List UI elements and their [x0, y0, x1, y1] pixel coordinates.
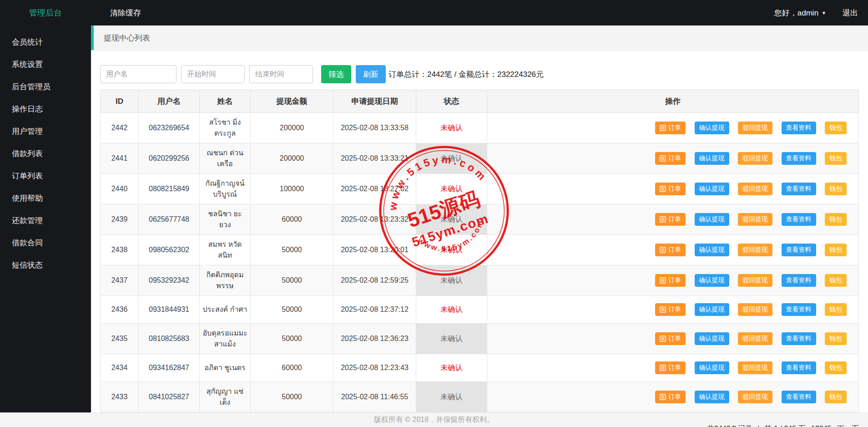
confirm-withdraw-button[interactable]: 确认提现 [695, 361, 729, 374]
wallet-button[interactable]: 钱包 [825, 244, 847, 256]
view-button-label: 查看资料 [786, 154, 812, 163]
confirm-withdraw-button[interactable]: 确认提现 [695, 213, 729, 226]
view-profile-button[interactable]: 查看资料 [782, 213, 816, 226]
reject-withdraw-button[interactable]: 驳回提现 [738, 274, 772, 287]
order-button[interactable]: 订单 [655, 361, 686, 374]
view-profile-button[interactable]: 查看资料 [782, 244, 816, 256]
order-button[interactable]: 订单 [655, 332, 686, 345]
reject-button-label: 驳回提现 [742, 364, 768, 372]
wallet-button[interactable]: 钱包 [825, 152, 847, 165]
confirm-withdraw-button[interactable]: 确认提现 [695, 122, 729, 134]
reject-withdraw-button[interactable]: 驳回提现 [738, 152, 772, 165]
user-dropdown[interactable]: 您好，admin ▼ [774, 8, 826, 18]
reject-button-label: 驳回提现 [742, 124, 768, 132]
sidebar-item-order-list[interactable]: 订单列表 [0, 165, 91, 187]
wallet-button[interactable]: 钱包 [825, 361, 847, 374]
page-links: 12345 [811, 425, 832, 427]
wallet-button[interactable]: 钱包 [825, 303, 847, 316]
refresh-button[interactable]: 刷新 [356, 65, 386, 83]
cell-amount: 50000 [251, 265, 333, 296]
wallet-button[interactable]: 钱包 [825, 274, 847, 287]
filter-button[interactable]: 筛选 [321, 65, 351, 83]
sidebar-item-loan-list[interactable]: 借款列表 [0, 142, 91, 165]
order-button-label: 订单 [668, 185, 681, 193]
view-profile-button[interactable]: 查看资料 [782, 391, 816, 403]
order-button[interactable]: 订单 [655, 213, 686, 226]
reject-withdraw-button[interactable]: 驳回提现 [738, 244, 772, 256]
logout-link[interactable]: 退出 [843, 8, 858, 18]
sidebar-item-repayment-management[interactable]: 还款管理 [0, 209, 91, 232]
sidebar-item-system-settings[interactable]: 系统设置 [0, 53, 91, 76]
confirm-withdraw-button[interactable]: 确认提现 [695, 332, 729, 345]
view-button-label: 查看资料 [786, 124, 812, 132]
sidebar-item-member-stats[interactable]: 会员统计 [0, 31, 91, 53]
confirm-button-label: 确认提现 [699, 276, 725, 285]
order-button[interactable]: 订单 [655, 244, 686, 256]
order-button[interactable]: 订单 [655, 303, 686, 316]
wallet-button[interactable]: 钱包 [825, 213, 847, 226]
order-icon [660, 125, 666, 131]
sidebar-item-user-management[interactable]: 用户管理 [0, 120, 91, 142]
cell-username: 0620299256 [139, 143, 200, 174]
reject-withdraw-button[interactable]: 驳回提现 [738, 361, 772, 374]
page-link-4[interactable]: 4 [823, 425, 828, 427]
wallet-button[interactable]: 钱包 [825, 332, 847, 345]
reject-withdraw-button[interactable]: 驳回提现 [738, 122, 772, 134]
sidebar-item-loan-contract[interactable]: 借款合同 [0, 232, 91, 254]
page-link-3[interactable]: 3 [819, 425, 823, 427]
cell-username: 0841025827 [139, 382, 200, 412]
reject-withdraw-button[interactable]: 驳回提现 [738, 183, 772, 195]
wallet-button[interactable]: 钱包 [825, 122, 847, 134]
wallet-button[interactable]: 钱包 [825, 391, 847, 403]
brand-title[interactable]: 管理后台 [0, 7, 91, 18]
confirm-withdraw-button[interactable]: 确认提现 [695, 274, 729, 287]
sidebar-item-admin-managers[interactable]: 后台管理员 [0, 76, 91, 98]
page-link-1[interactable]: 1 [811, 425, 815, 427]
sidebar-item-sms-status[interactable]: 短信状态 [0, 254, 91, 276]
order-button[interactable]: 订单 [655, 152, 686, 165]
top-navbar: 管理后台 清除缓存 您好，admin ▼ 退出 [0, 0, 868, 25]
order-button[interactable]: 订单 [655, 391, 686, 403]
cell-username: 0931844931 [139, 296, 200, 324]
page-link-5[interactable]: 5 [828, 425, 832, 427]
page-link-2[interactable]: 2 [815, 425, 819, 427]
view-profile-button[interactable]: 查看资料 [782, 303, 816, 316]
wallet-button[interactable]: 钱包 [825, 183, 847, 195]
table-row: 2434 0934162847 อภิตา ชูเนตร 60000 2025-… [101, 354, 859, 382]
cell-status: 未确认 [416, 354, 487, 382]
next-page-link[interactable]: 下一页 [837, 425, 859, 427]
cell-status: 未确认 [416, 204, 487, 235]
end-time-input[interactable] [249, 65, 313, 83]
cell-actions: 订单 确认提现 驳回提现 查看资料 钱包 [487, 382, 859, 412]
confirm-withdraw-button[interactable]: 确认提现 [695, 244, 729, 256]
reject-withdraw-button[interactable]: 驳回提现 [738, 391, 772, 403]
reject-button-label: 驳回提现 [742, 305, 768, 314]
reject-withdraw-button[interactable]: 驳回提现 [738, 332, 772, 345]
reject-withdraw-button[interactable]: 驳回提现 [738, 213, 772, 226]
confirm-withdraw-button[interactable]: 确认提现 [695, 183, 729, 195]
status-text: 未确认 [441, 246, 463, 254]
view-profile-button[interactable]: 查看资料 [782, 183, 816, 195]
view-profile-button[interactable]: 查看资料 [782, 122, 816, 134]
username-input[interactable] [100, 65, 177, 83]
clear-cache-link[interactable]: 清除缓存 [110, 8, 141, 18]
column-header: 用户名 [139, 90, 200, 113]
order-button[interactable]: 订单 [655, 122, 686, 134]
sidebar-item-operation-logs[interactable]: 操作日志 [0, 98, 91, 120]
view-profile-button[interactable]: 查看资料 [782, 152, 816, 165]
reject-button-label: 驳回提现 [742, 185, 768, 193]
cell-name: อภิตา ชูเนตร [200, 354, 251, 382]
confirm-withdraw-button[interactable]: 确认提现 [695, 152, 729, 165]
start-time-input[interactable] [181, 65, 245, 83]
order-button[interactable]: 订单 [655, 274, 686, 287]
reject-withdraw-button[interactable]: 驳回提现 [738, 303, 772, 316]
view-profile-button[interactable]: 查看资料 [782, 332, 816, 345]
sidebar-item-help[interactable]: 使用帮助 [0, 187, 91, 209]
order-button[interactable]: 订单 [655, 183, 686, 195]
confirm-withdraw-button[interactable]: 确认提现 [695, 391, 729, 403]
caret-down-icon: ▼ [822, 10, 826, 15]
cell-actions: 订单 确认提现 驳回提现 查看资料 钱包 [487, 143, 859, 174]
view-profile-button[interactable]: 查看资料 [782, 361, 816, 374]
view-profile-button[interactable]: 查看资料 [782, 274, 816, 287]
confirm-withdraw-button[interactable]: 确认提现 [695, 303, 729, 316]
